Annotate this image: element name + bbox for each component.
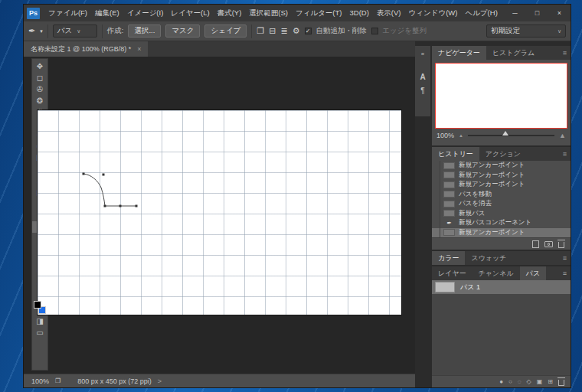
menu-item[interactable]: 表示(V) [373,5,405,21]
menu-item[interactable]: イメージ(I) [123,5,168,21]
menu-item[interactable]: フィルター(T) [292,5,346,21]
paragraph-panel-icon[interactable]: ¶ [415,84,430,96]
tab-channels[interactable]: チャンネル [472,266,520,280]
make-work-path-icon[interactable]: ◇ [527,379,531,385]
path-anchor-point[interactable] [103,174,105,176]
history-state-row[interactable]: 新規アンカーポイント [432,171,571,181]
tab-histogram[interactable]: ヒストグラム [486,46,541,60]
history-state-row[interactable]: 新規アンカーポイント [432,161,571,171]
collapse-panels-icon[interactable]: « [415,47,430,60]
history-state-thumbnail [443,201,455,207]
history-source-toggle[interactable] [432,209,440,219]
history-source-toggle[interactable] [432,171,440,181]
pen-tool-icon[interactable]: ✒ [28,26,35,36]
delete-path-icon[interactable] [558,380,564,386]
tab-close-icon[interactable]: × [137,45,141,53]
history-source-toggle[interactable] [432,218,440,228]
navigator-zoom-slider[interactable] [468,135,554,136]
path-alignment-icon[interactable]: ⊟ [269,26,276,36]
delete-state-icon[interactable] [558,242,564,248]
history-state-row[interactable]: 新規アンカーポイント [432,228,571,238]
tool-mode-select[interactable]: パス ∨ [53,24,97,38]
path-operations-icon[interactable]: ❐ [257,26,264,36]
new-path-icon[interactable]: ⊞ [548,379,553,385]
history-state-row[interactable]: 新規パス [432,209,571,219]
lasso-tool[interactable]: ✇ [32,83,47,95]
tab-actions[interactable]: アクション [479,147,527,161]
auto-add-checkbox[interactable]: ✓ [305,28,312,34]
shape-button[interactable]: シェイプ [204,24,247,38]
align-edges-checkbox[interactable] [371,28,378,34]
new-snapshot-icon[interactable] [544,241,553,247]
load-selection-icon[interactable]: ◌ [518,379,522,385]
menu-item[interactable]: ファイル(F) [44,5,91,21]
character-panel-icon[interactable]: A [415,70,430,83]
history-state-row[interactable]: 新規アンカーポイント [432,180,571,190]
workspace-select[interactable]: 初期設定 ∨ [486,24,566,38]
history-state-row[interactable]: パスを移動 [432,190,571,200]
tool-preset-dropdown-icon[interactable]: ▾ [40,28,43,34]
tab-color[interactable]: カラー [432,251,465,265]
mask-button[interactable]: マスク [165,24,200,38]
close-button[interactable]: × [548,5,571,21]
document-tab[interactable]: 名称未設定 1 @ 100% (RGB/8) * × [24,41,148,57]
history-state-row[interactable]: ✒新規パスコンポーネント [432,218,571,228]
path-anchor-point[interactable] [119,205,122,207]
status-chevron-icon[interactable]: > [158,377,162,385]
navigator-zoom-value[interactable]: 100% [436,132,454,139]
panel-menu-icon[interactable]: ≡ [559,251,571,265]
slider-thumb[interactable] [502,131,508,136]
menu-item[interactable]: 3D(D) [346,5,373,21]
path-anchor-point[interactable] [136,205,138,207]
stroke-path-icon[interactable]: ○ [508,379,512,385]
history-source-toggle[interactable] [432,161,440,171]
document-canvas[interactable] [38,110,401,315]
pen-state-icon: ✒ [443,220,455,227]
history-source-toggle[interactable] [432,180,440,190]
screen-mode-icon[interactable]: ▭ [32,327,47,338]
tab-swatches[interactable]: スウォッチ [465,251,512,265]
tab-navigator[interactable]: ナビゲーター [432,46,486,60]
panel-menu-icon[interactable]: ≡ [559,147,571,161]
menu-item[interactable]: 選択範囲(S) [245,5,292,21]
maximize-button[interactable]: □ [526,5,548,21]
menu-item[interactable]: 編集(E) [91,5,123,21]
path-arrange-icon[interactable]: ≣ [280,26,287,36]
history-source-toggle[interactable] [432,199,440,209]
collapsed-panel-strip: « A ¶ [415,46,430,116]
path-anchor-point[interactable] [83,173,85,175]
history-source-toggle[interactable] [432,190,440,200]
fill-path-icon[interactable]: ● [499,379,503,385]
history-state-label: パスを消去 [459,199,492,208]
menu-item[interactable]: レイヤー(L) [167,5,213,21]
tab-paths[interactable]: パス [520,266,546,280]
status-icon[interactable]: ❐ [55,377,60,384]
path-row[interactable]: パス 1 [432,280,571,294]
paths-bottom-icons: ●○◌◇▣⊞ [499,379,553,385]
tab-layers[interactable]: レイヤー [432,266,472,280]
foreground-color-swatch[interactable] [34,301,41,309]
menu-item[interactable]: 書式(Y) [214,5,246,21]
add-mask-icon[interactable]: ▣ [537,379,543,385]
navigator-proxy-view[interactable] [435,63,567,129]
quick-mask-icon[interactable]: ◨ [32,315,47,327]
tab-history[interactable]: ヒストリー [432,147,479,161]
make-selection-label: 選択... [134,26,155,36]
history-state-row[interactable]: パスを消去 [432,199,571,209]
quick-selection-tool[interactable]: ❂ [32,95,47,106]
zoom-in-icon[interactable]: ▲ [559,132,566,139]
menu-item[interactable]: ウィンドウ(W) [405,5,462,21]
menu-item[interactable]: ヘルプ(H) [461,5,501,21]
zoom-level[interactable]: 100% [31,377,49,385]
move-tool[interactable]: ✥ [32,60,47,72]
panel-menu-icon[interactable]: ≡ [559,266,571,280]
gear-icon[interactable]: ⚙ [293,26,300,36]
new-document-from-state-icon[interactable] [532,240,539,248]
zoom-out-icon[interactable]: ▲ [459,133,463,138]
history-source-toggle[interactable] [432,228,440,238]
panel-menu-icon[interactable]: ≡ [559,46,571,60]
marquee-tool[interactable]: ◻ [32,72,47,83]
make-selection-button[interactable]: 選択... [128,24,161,38]
path-anchor-point[interactable] [104,205,106,207]
minimize-button[interactable]: ─ [504,5,526,21]
